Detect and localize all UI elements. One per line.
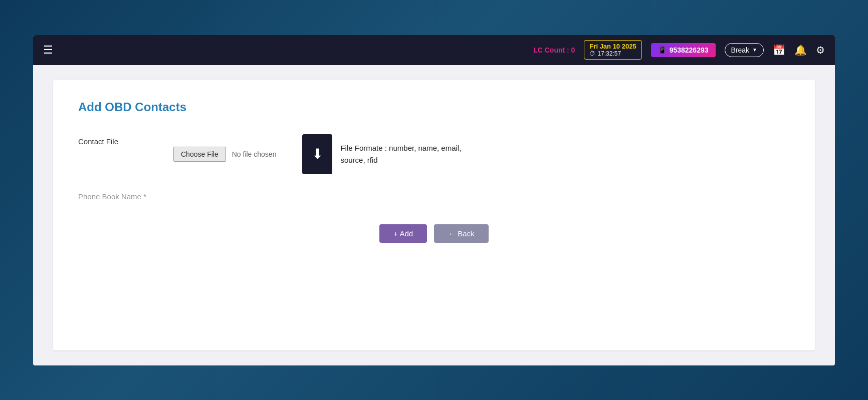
no-file-chosen-text: No file chosen bbox=[232, 150, 277, 158]
hamburger-menu[interactable]: ☰ bbox=[43, 44, 53, 57]
phone-book-input-wrap bbox=[78, 189, 519, 204]
lc-count: LC Count : 0 bbox=[533, 46, 575, 54]
contact-file-label: Contact File bbox=[78, 134, 158, 146]
clock-icon: ⏱ bbox=[589, 50, 595, 57]
phone-number: 9538226293 bbox=[670, 46, 709, 54]
phone-icon: 📱 bbox=[658, 46, 667, 54]
bell-icon[interactable]: 🔔 bbox=[794, 44, 807, 56]
datetime-box: Fri Jan 10 2025 ⏱ 17:32:57 bbox=[584, 40, 641, 60]
phone-badge: 📱 9538226293 bbox=[651, 43, 716, 57]
file-format-line1: File Formate : number, name, email, bbox=[340, 144, 461, 152]
file-format-line2: source, rfid bbox=[340, 156, 377, 164]
break-label: Break bbox=[731, 46, 750, 54]
datetime-date: Fri Jan 10 2025 bbox=[589, 43, 636, 50]
navbar: ☰ LC Count : 0 Fri Jan 10 2025 ⏱ 17:32:5… bbox=[33, 35, 835, 65]
buttons-row: + Add ← Back bbox=[78, 224, 790, 243]
chevron-down-icon: ▼ bbox=[752, 47, 757, 53]
phone-book-row bbox=[78, 189, 790, 204]
page-title: Add OBD Contacts bbox=[78, 100, 790, 114]
datetime-time: ⏱ 17:32:57 bbox=[589, 50, 636, 57]
app-container: ☰ LC Count : 0 Fri Jan 10 2025 ⏱ 17:32:5… bbox=[33, 35, 835, 365]
navbar-right: LC Count : 0 Fri Jan 10 2025 ⏱ 17:32:57 … bbox=[533, 40, 825, 60]
file-format-box: ⬇ File Formate : number, name, email, so… bbox=[302, 134, 461, 174]
download-icon: ⬇ bbox=[302, 134, 332, 174]
add-button[interactable]: + Add bbox=[379, 224, 427, 243]
back-button[interactable]: ← Back bbox=[434, 224, 489, 243]
main-content: Add OBD Contacts Contact File Choose Fil… bbox=[53, 80, 815, 350]
break-button[interactable]: Break ▼ bbox=[725, 43, 764, 57]
settings-icon[interactable]: ⚙ bbox=[816, 44, 825, 56]
calendar-icon[interactable]: 📅 bbox=[773, 44, 785, 56]
datetime-time-value: 17:32:57 bbox=[597, 50, 621, 57]
phone-book-name-input[interactable] bbox=[78, 189, 519, 204]
contact-file-row: Contact File Choose File No file chosen … bbox=[78, 134, 790, 174]
file-format-text: File Formate : number, name, email, sour… bbox=[340, 142, 461, 166]
choose-file-button[interactable]: Choose File bbox=[173, 147, 226, 162]
contact-file-control: Choose File No file chosen ⬇ File Format… bbox=[173, 134, 461, 174]
